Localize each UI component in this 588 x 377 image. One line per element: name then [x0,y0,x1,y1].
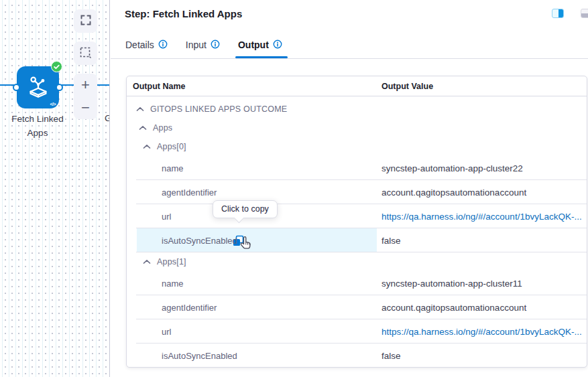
column-header-output-value: Output Value [381,82,433,91]
output-name: agentIdentifier [162,187,217,198]
tab-details[interactable]: Details [125,31,168,58]
fullscreen-icon [80,15,91,27]
tooltip-text: Click to copy [221,204,269,214]
table-row: url https://qa.harness.io/ng/#/account/1… [127,204,587,228]
tab-output[interactable]: Output [238,31,282,58]
output-value-link[interactable]: https://qa.harness.io/ng/#/account/1bvyL… [381,327,582,337]
output-name: isAutoSyncEnabled [162,236,237,246]
info-icon[interactable] [211,40,220,51]
table-row: url https://qa.harness.io/ng/#/account/1… [127,319,587,344]
output-value: syncstep-automation-app-cluster22 [381,163,523,173]
group-label: GITOPS LINKED APPS OUTCOME [150,104,287,114]
code-glyph: </> [50,102,56,106]
zoom-controls: + − [74,74,97,119]
group-label: Apps[0] [157,142,186,151]
table-row-group[interactable]: Apps [127,119,587,137]
output-name: isAutoSyncEnabled [162,351,237,361]
table-header: Output Name Output Value [127,76,587,96]
node-port-out [56,84,63,91]
tab-input[interactable]: Input [186,31,220,58]
chevron-up-icon[interactable] [143,259,151,265]
table-row: name syncstep-automation-app-cluster11 [127,271,587,295]
pipeline-canvas[interactable]: </> Fetch Linked Apps G + − [0,0,110,377]
table-row: name syncstep-automation-app-cluster22 [127,156,587,180]
table-row-hovered[interactable]: isAutoSyncEnabled false [127,228,587,252]
zoom-in-button[interactable]: + [74,74,97,96]
tab-label: Details [125,40,154,50]
output-value: account.qagitopsautomationaccount [381,187,526,198]
output-value: false [381,236,401,246]
node-label: Fetch Linked Apps [7,112,68,141]
output-value: account.qagitopsautomationaccount [381,303,526,313]
output-value-link[interactable]: https://qa.harness.io/ng/#/account/1bvyL… [381,212,582,222]
chevron-up-icon[interactable] [143,144,151,149]
table-row: isAutoSyncEnabled false [127,344,587,368]
chevron-up-icon[interactable] [139,125,147,131]
info-icon[interactable] [273,40,282,51]
zoom-out-button[interactable]: − [74,96,97,119]
tab-label: Output [238,40,269,50]
tab-label: Input [186,40,207,50]
table-row-group[interactable]: Apps[0] [127,137,587,156]
output-name: agentIdentifier [162,303,217,313]
column-header-output-name: Output Name [133,82,185,91]
group-label: Apps[1] [157,257,186,267]
table-row: agentIdentifier account.qagitopsautomati… [127,180,587,204]
group-label: Apps [153,123,172,133]
output-value: syncstep-automation-app-cluster11 [381,279,522,289]
copy-tooltip: Click to copy [213,200,278,218]
info-icon[interactable] [158,40,168,51]
node-port-in [13,84,20,91]
output-name: name [162,279,184,289]
step-details-panel: Step: Fetch Linked Apps Details Input [111,0,588,377]
fullscreen-button[interactable] [74,9,97,33]
next-node-label-partial: G [105,113,110,123]
marquee-select-button[interactable] [74,42,97,65]
output-name: url [162,212,171,222]
pipeline-node-fetch-linked-apps[interactable]: </> [17,66,59,108]
table-row-group[interactable]: GITOPS LINKED APPS OUTCOME [127,100,587,119]
panel-layout-toggle-icon[interactable] [552,9,564,18]
table-row: agentIdentifier account.qagitopsautomati… [127,295,587,319]
output-name: url [162,327,171,337]
gitops-step-icon [25,72,52,103]
table-row-group[interactable]: Apps[1] [127,252,587,271]
chevron-up-icon[interactable] [136,106,144,112]
panel-bottom-toggle-icon[interactable] [581,9,588,18]
marquee-select-icon [80,47,91,60]
output-table: Output Name Output Value GITOPS LINKED A… [126,76,587,368]
output-name: name [162,163,184,173]
page-title: Step: Fetch Linked Apps [125,8,242,19]
tab-bar: Details Input Output [111,31,588,59]
output-value: false [381,351,401,361]
success-check-icon [51,61,62,72]
